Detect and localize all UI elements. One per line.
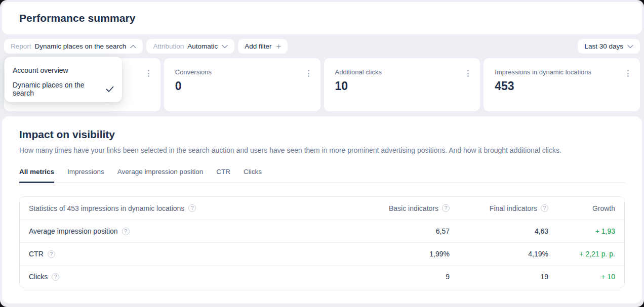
kebab-menu-icon[interactable] [626,69,630,78]
section-title: Impact on visibility [19,128,625,141]
metric-label: Conversions [175,68,311,76]
page-header: Performance summary [2,2,642,34]
performance-summary-page: Performance summary Report Dynamic place… [0,0,644,307]
chevron-down-icon [222,45,228,49]
add-filter-label: Add filter [245,42,271,50]
section-description: How many times have your links been sele… [19,146,625,154]
metric-card-conversions: Conversions 0 [164,58,320,111]
date-range-pill[interactable]: Last 30 days [578,39,640,54]
kebab-menu-icon[interactable] [307,69,310,78]
page-title: Performance summary [19,12,136,24]
metric-name-cell: CTR ? [29,250,364,258]
tab-impressions[interactable]: Impressions [67,168,104,182]
metric-name-cell: Average impression position ? [29,227,364,235]
dropdown-item-account-overview[interactable]: Account overview [5,61,122,79]
report-dropdown-menu: Account overview Dynamic places on the s… [5,57,122,102]
basic-indicator-value: 6,57 [364,227,450,235]
table-title: Statistics of 453 impressions in dynamic… [29,204,184,212]
tab-ctr[interactable]: CTR [216,168,230,182]
metric-card-additional-clicks: Additional clicks 10 [324,58,480,111]
statistics-table: Statistics of 453 impressions in dynamic… [19,196,625,288]
help-icon[interactable]: ? [122,228,130,235]
check-icon [106,86,114,93]
attribution-filter-pill[interactable]: Attribution Automatic [146,39,234,54]
metric-value: 453 [495,79,631,93]
kebab-menu-icon[interactable] [466,69,470,78]
column-header-final-indicators: Final indicators ? [450,204,548,212]
table-row-average-impression-position: Average impression position ? 6,57 4,63 … [20,220,624,242]
basic-indicator-value: 9 [364,273,450,281]
growth-value: + 10 [548,273,615,281]
tab-clicks[interactable]: Clicks [244,168,262,182]
metric-label: Additional clicks [335,68,471,76]
metric-value: 10 [335,79,471,93]
chevron-up-icon [130,45,136,49]
add-filter-button[interactable]: Add filter + [238,39,288,54]
table-title-cell: Statistics of 453 impressions in dynamic… [29,204,364,212]
final-indicator-value: 4,63 [450,227,548,235]
attribution-filter-value: Automatic [187,42,218,50]
plus-icon: + [276,42,281,51]
help-icon[interactable]: ? [442,204,450,212]
metric-name-cell: Clicks ? [29,273,364,281]
report-filter-value: Dynamic places on the search [35,42,127,50]
chevron-down-icon [627,45,633,49]
help-icon[interactable]: ? [52,273,59,281]
metric-value: 0 [175,79,311,93]
growth-value: + 1,93 [548,227,615,235]
table-header-row: Statistics of 453 impressions in dynamic… [20,197,624,220]
report-filter-pill[interactable]: Report Dynamic places on the search [4,39,143,54]
help-icon[interactable]: ? [188,204,196,212]
growth-value: + 2,21 p. p. [548,250,615,258]
basic-indicator-value: 1,99% [364,250,450,258]
column-header-growth: Growth [548,204,615,212]
dropdown-item-label: Dynamic places on the search [13,81,101,97]
date-range-value: Last 30 days [584,42,623,50]
dropdown-item-dynamic-places[interactable]: Dynamic places on the search [5,79,122,98]
final-indicator-value: 19 [450,273,548,281]
column-header-basic-indicators: Basic indicators ? [364,204,450,212]
dropdown-item-label: Account overview [13,66,68,74]
help-icon[interactable]: ? [48,250,55,258]
help-icon[interactable]: ? [541,204,548,212]
tab-all-metrics[interactable]: All metrics [19,168,54,183]
filter-bar: Report Dynamic places on the search Attr… [4,38,640,55]
tab-average-impression-position[interactable]: Average impression position [117,168,203,182]
final-indicator-value: 4,19% [450,250,548,258]
kebab-menu-icon[interactable] [147,69,150,78]
metric-label: Impressions in dynamic locations [495,68,631,76]
attribution-filter-label: Attribution [153,42,184,50]
table-row-ctr: CTR ? 1,99% 4,19% + 2,21 p. p. [20,242,624,265]
report-filter-label: Report [11,42,31,50]
table-row-clicks: Clicks ? 9 19 + 10 [20,265,624,288]
metrics-tabs: All metrics Impressions Average impressi… [19,168,625,183]
metric-card-impressions-dynamic-locations: Impressions in dynamic locations 453 [484,58,640,111]
impact-on-visibility-section: Impact on visibility How many times have… [2,116,642,303]
